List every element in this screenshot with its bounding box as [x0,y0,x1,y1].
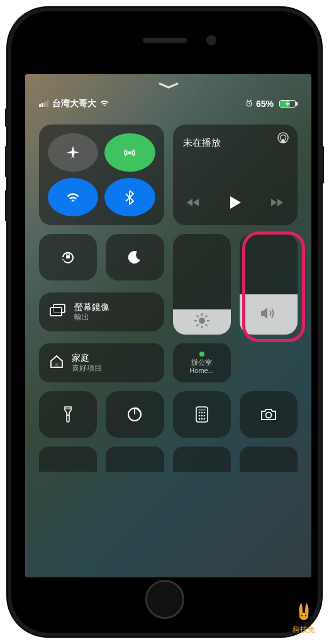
svg-point-31 [198,418,200,420]
signal-icon [39,99,49,109]
power-button[interactable] [321,146,324,184]
screen-mirroring-icon [49,304,67,320]
flashlight-button[interactable] [39,391,97,438]
svg-point-35 [265,413,271,418]
cellular-data-button[interactable] [104,133,155,172]
svg-rect-2 [44,102,46,107]
now-playing-label: 未在播放 [183,137,288,149]
svg-point-33 [203,418,205,420]
alarm-icon [245,99,253,109]
status-bar: 台湾大哥大 65% [25,74,311,109]
svg-point-30 [203,415,205,417]
volume-up-button[interactable] [5,146,8,177]
svg-point-5 [128,151,131,154]
svg-point-25 [198,412,200,414]
svg-rect-19 [50,308,62,316]
screen-mirroring-button[interactable]: 螢幕鏡像 輸出 [39,292,164,331]
svg-point-9 [199,318,205,324]
battery-icon [279,100,298,108]
media-module[interactable]: 未在播放 [173,125,298,225]
svg-point-21 [67,414,69,416]
next-track-button[interactable] [269,197,284,210]
svg-point-37 [299,613,308,620]
bluetooth-button[interactable] [104,178,155,216]
phone-frame: 台湾大哥大 65% [8,8,321,636]
brightness-icon [194,313,210,331]
mute-switch[interactable] [5,108,8,127]
home-button[interactable] [145,580,184,619]
front-camera [206,35,216,45]
screen-mirroring-text: 螢幕鏡像 輸出 [74,302,109,321]
wifi-icon [99,99,109,109]
peek-tile-3[interactable] [173,447,231,472]
svg-rect-20 [55,363,59,367]
screen: 台湾大哥大 65% [25,74,311,577]
volume-icon [260,306,277,323]
camera-button[interactable] [240,391,298,438]
svg-point-27 [203,412,205,414]
earpiece-speaker [143,38,187,43]
empty-slot [240,343,298,382]
screen-mirroring-title: 螢幕鏡像 [74,302,109,312]
home-icon [49,354,64,372]
play-button[interactable] [228,195,242,213]
watermark: 科技兔 [293,601,315,635]
control-center-grid: 未在播放 [25,109,311,472]
wifi-button[interactable] [48,178,98,216]
connectivity-module[interactable] [39,125,164,225]
svg-rect-8 [66,255,70,258]
do-not-disturb-button[interactable] [106,234,164,280]
status-dot-icon [199,352,204,357]
previous-track-button[interactable] [186,197,201,210]
svg-line-15 [205,325,207,326]
svg-point-28 [198,415,200,417]
svg-rect-3 [47,101,48,107]
carrier-label: 台湾大哥大 [52,98,96,109]
volume-slider[interactable] [240,234,298,335]
volume-down-button[interactable] [5,190,8,221]
svg-point-38 [301,615,303,616]
home-module-title: 家庭 [72,353,89,363]
phone-bezel: 台湾大哥大 65% [11,11,318,633]
watermark-label: 科技兔 [293,625,315,635]
battery-percent-label: 65% [256,99,274,109]
screen-mirroring-subtitle: 輸出 [74,313,109,321]
timer-button[interactable] [106,391,164,438]
peek-tile-4[interactable] [240,447,298,472]
svg-point-26 [201,412,203,414]
svg-rect-0 [39,104,41,107]
home-accessory-tile[interactable]: 辦公室 Home... [173,343,231,382]
brightness-slider[interactable] [173,234,231,335]
orientation-lock-button[interactable] [39,234,97,280]
home-module-button[interactable]: 家庭 喜好項目 [39,343,164,382]
airplay-icon[interactable] [276,131,290,147]
svg-rect-1 [42,103,43,107]
home-module-subtitle: 喜好項目 [72,364,102,372]
svg-line-14 [196,316,198,318]
home-module-text: 家庭 喜好項目 [72,353,102,372]
svg-line-17 [205,316,207,318]
peek-tile-2[interactable] [106,447,164,472]
svg-point-39 [305,615,306,616]
home-tile-line1: 辦公室 [191,358,212,366]
peek-tile-1[interactable] [39,447,97,472]
home-tile-line2: Home... [189,367,214,374]
svg-point-29 [201,415,203,417]
calculator-button[interactable] [173,391,231,438]
svg-line-16 [196,325,198,326]
svg-rect-34 [198,409,206,411]
svg-point-32 [201,418,203,420]
airplane-mode-button[interactable] [48,133,98,172]
